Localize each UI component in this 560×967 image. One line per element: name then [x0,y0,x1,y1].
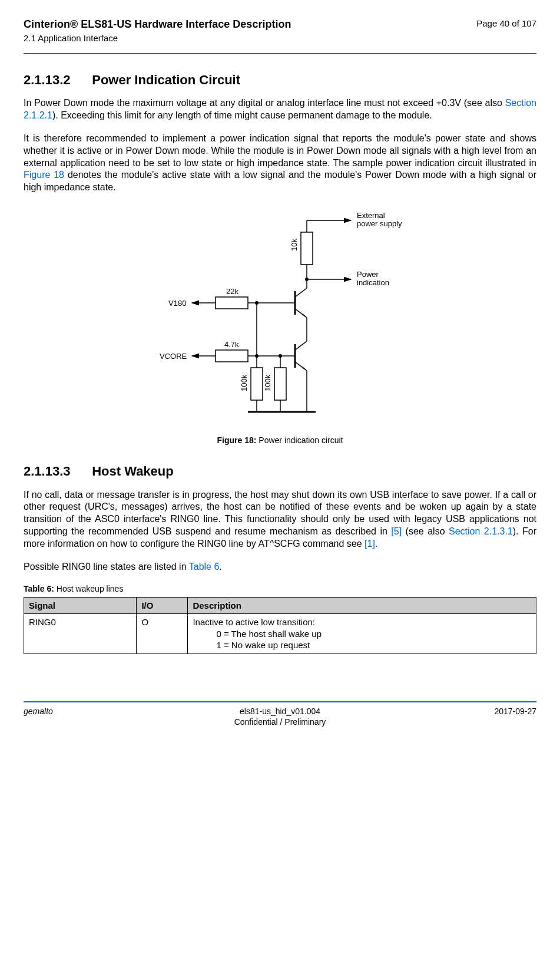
label-vcore: VCORE [160,352,187,361]
section-heading-power-indication: 2.1.13.2 Power Indication Circuit [24,72,536,89]
col-description: Description [188,597,536,614]
label-100k-a: 100k [240,374,248,391]
cell-io: O [137,614,188,654]
table-caption: Table 6: Host wakeup lines [24,583,536,594]
section-title: Power Indication Circuit [92,72,240,87]
text: In Power Down mode the maximum voltage a… [24,98,505,108]
label-100k-b: 100k [263,374,272,391]
section-heading-host-wakeup: 2.1.13.3 Host Wakeup [24,463,536,480]
text: It is therefore recommended to implement… [24,133,536,168]
page-number: Page 40 of 107 [476,18,536,29]
footer-docid: els81-us_hid_v01.004 [24,706,536,717]
desc-line2: 0 = The host shall wake up [216,628,531,640]
svg-line-19 [295,341,307,350]
label-v180: V180 [168,299,186,308]
section-title: Host Wakeup [92,464,174,478]
text: denotes the module's active state with a… [24,170,536,192]
link-ref-5[interactable]: [5] [391,526,402,536]
para-recommendation: It is therefore recommended to implement… [24,133,536,194]
table-header-row: Signal I/O Description [24,597,536,614]
label-47k: 4.7k [224,340,239,349]
col-signal: Signal [24,597,137,614]
figure-caption: Figure 18: Power indication circuit [24,435,536,445]
svg-rect-27 [216,350,248,362]
svg-rect-15 [216,297,248,309]
col-io: I/O [137,597,188,614]
svg-rect-2 [301,232,313,265]
figure-label: Figure 18: [217,435,257,445]
label-power: Power [357,270,379,279]
header-left: Cinterion® ELS81-US Hardware Interface D… [24,18,291,44]
section-number: 2.1.13.3 [24,464,71,478]
link-table-6[interactable]: Table 6 [189,562,220,572]
footer-date: 2017-09-27 [494,706,536,717]
table-label: Table 6: [24,584,54,593]
page-header: Cinterion® ELS81-US Hardware Interface D… [24,18,536,54]
svg-rect-31 [251,368,263,400]
section-number: 2.1.13.2 [24,72,71,87]
desc-line3: 1 = No wake up request [216,639,531,651]
table-text: Host wakeup lines [54,584,124,593]
label-22k: 22k [226,287,238,296]
footer-center: els81-us_hid_v01.004 Confidential / Prel… [24,706,536,727]
para-power-down: In Power Down mode the maximum voltage a… [24,97,536,122]
link-ref-1[interactable]: [1] [365,539,375,549]
doc-title: Cinterion® ELS81-US Hardware Interface D… [24,18,291,31]
text: Possible RING0 line states are listed in [24,562,189,572]
para-ring0-states: Possible RING0 line states are listed in… [24,561,536,573]
figure-18: External power supply 10k Power indicati… [24,209,536,445]
footer-confidential: Confidential / Preliminary [24,717,536,727]
text: . [375,539,377,549]
label-10k: 10k [290,239,299,251]
doc-subtitle: 2.1 Application Interface [24,32,291,44]
label-power-supply: power supply [357,219,402,228]
label-external: External [357,211,385,220]
desc-line1: Inactive to active low transition: [193,616,531,628]
svg-line-7 [295,288,307,297]
svg-rect-34 [274,368,286,400]
cell-description: Inactive to active low transition: 0 = T… [188,614,536,654]
page-footer: gemalto els81-us_hid_v01.004 Confidentia… [24,701,536,727]
power-indication-circuit-svg: External power supply 10k Power indicati… [121,209,439,427]
text: . [219,562,221,572]
cell-signal: RING0 [24,614,137,654]
figure-text: Power indication circuit [256,435,343,445]
label-indication: indication [357,278,389,287]
text: (see also [402,526,449,536]
link-section-2131[interactable]: Section 2.1.3.1 [449,526,513,536]
link-figure-18[interactable]: Figure 18 [24,170,64,180]
host-wakeup-table: Signal I/O Description RING0 O Inactive … [24,597,536,654]
table-row: RING0 O Inactive to active low transitio… [24,614,536,654]
para-host-wakeup: If no call, data or message transfer is … [24,489,536,550]
footer-brand: gemalto [24,706,53,717]
text: ). Exceeding this limit for any length o… [52,110,432,120]
